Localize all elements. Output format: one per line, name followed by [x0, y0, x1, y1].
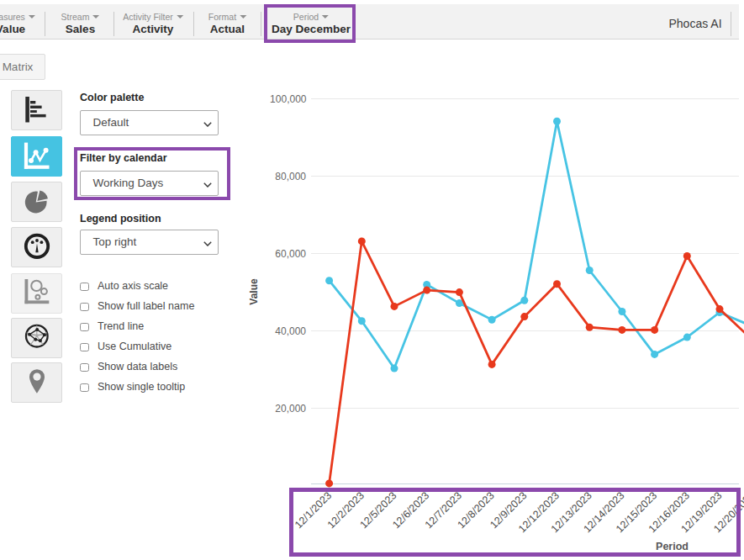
svg-text:100,000: 100,000: [270, 93, 307, 105]
svg-text:60,000: 60,000: [275, 248, 306, 260]
svg-text:20,000: 20,000: [275, 403, 306, 415]
svg-text:40,000: 40,000: [275, 325, 306, 337]
svg-text:80,000: 80,000: [275, 171, 306, 182]
svg-text:Value: Value: [248, 278, 260, 305]
